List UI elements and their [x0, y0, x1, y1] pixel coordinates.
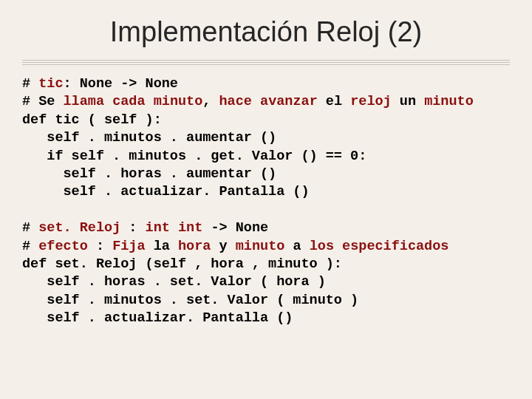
- code-line: # set. Reloj : int int -> None: [22, 220, 268, 236]
- code-line: self . minutos . aumentar (): [22, 130, 276, 146]
- slide-title: Implementación Reloj (2): [22, 16, 510, 48]
- code-line: self . actualizar. Pantalla (): [22, 184, 310, 200]
- divider: [22, 60, 510, 65]
- code-line: if self . minutos . get. Valor () == 0:: [22, 149, 366, 164]
- code-line: # Se llama cada minuto, hace avanzar el …: [22, 94, 474, 109]
- code-line: self . minutos . set. Valor ( minuto ): [22, 293, 358, 308]
- code-block: # tic: None -> None # Se llama cada minu…: [22, 75, 510, 328]
- slide: Implementación Reloj (2) # tic: None -> …: [0, 0, 532, 399]
- code-line: # tic: None -> None: [22, 76, 178, 92]
- code-line: self . horas . aumentar (): [22, 166, 276, 182]
- code-line: # efecto : Fija la hora y minuto a los e…: [22, 239, 449, 254]
- code-line: self . horas . set. Valor ( hora ): [22, 274, 326, 290]
- code-line: def tic ( self ):: [22, 112, 162, 128]
- code-line: def set. Reloj (self , hora , minuto ):: [22, 256, 342, 272]
- code-line: self . actualizar. Pantalla (): [22, 310, 293, 326]
